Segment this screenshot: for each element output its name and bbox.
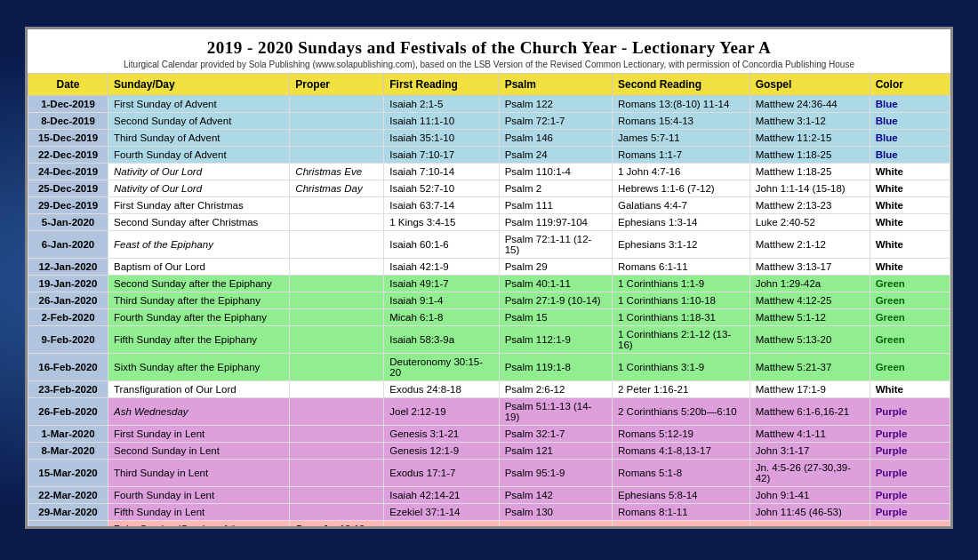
table-row: 1-Dec-2019First Sunday of AdventIsaiah 2… <box>28 96 950 113</box>
day-cell: Second Sunday after Christmas <box>108 214 290 231</box>
gospel-cell: Matthew 5:1-12 <box>750 309 870 326</box>
date-cell: 19-Jan-2020 <box>28 276 108 292</box>
proper-cell <box>290 231 384 259</box>
day-cell: Baptism of Our Lord <box>108 259 290 276</box>
second-reading-cell: 2 Peter 1:16-21 <box>613 381 750 398</box>
second-reading-cell: Romans 5:12-19 <box>613 426 750 443</box>
first-reading-cell: Deuteronomy 30:15-20 <box>384 354 499 381</box>
day-cell: Palm Sunday (Sunday of the Passion) <box>108 521 290 527</box>
date-cell: 8-Mar-2020 <box>28 443 108 460</box>
psalm-cell: Psalm 72:1-11 (12-15) <box>499 231 612 259</box>
proper-cell <box>290 354 384 381</box>
page-title: 2019 - 2020 Sundays and Festivals of the… <box>36 38 942 58</box>
date-cell: 5-Jan-2020 <box>28 214 108 231</box>
first-reading-cell: Isaiah 58:3-9a <box>384 326 499 354</box>
psalm-cell: Psalm 95:1-9 <box>499 460 612 487</box>
psalm-cell: Psalm 118:19-29 <box>499 521 612 527</box>
proper-cell <box>290 130 384 147</box>
psalm-cell: Psalm 142 <box>499 487 612 504</box>
proper-cell <box>290 96 384 113</box>
color-cell: White <box>870 197 950 214</box>
proper-cell: Christmas Eve <box>290 164 384 180</box>
second-reading-cell: Ephesians 5:8-14 <box>613 487 750 504</box>
psalm-cell: Psalm 40:1-11 <box>499 276 612 292</box>
psalm-cell: Psalm 15 <box>499 309 612 326</box>
color-cell: Blue <box>870 147 950 164</box>
table-row: 16-Feb-2020Sixth Sunday after the Epipha… <box>28 354 950 381</box>
table-row: 23-Feb-2020Transfiguration of Our LordEx… <box>28 381 950 398</box>
date-cell: 8-Dec-2019 <box>28 113 108 130</box>
gospel-cell: Matthew 2:13-23 <box>750 197 870 214</box>
table-row: 26-Jan-2020Third Sunday after the Epipha… <box>28 292 950 309</box>
second-reading-cell: 2 Corinthians 5:20b—6:10 <box>613 398 750 426</box>
second-reading-cell: 1 Corinthians 1:1-9 <box>613 276 750 292</box>
table-row: 29-Dec-2019First Sunday after ChristmasI… <box>28 197 950 214</box>
psalm-cell: Psalm 72:1-7 <box>499 113 612 130</box>
day-cell: Third Sunday of Advent <box>108 130 290 147</box>
table-row: 22-Mar-2020Fourth Sunday in LentIsaiah 4… <box>28 487 950 504</box>
gospel-cell: John 9:1-41 <box>750 487 870 504</box>
table-row: 22-Dec-2019Fourth Sunday of AdventIsaiah… <box>28 147 950 164</box>
day-cell: Fourth Sunday after the Epiphany <box>108 309 290 326</box>
second-reading-cell: 1 John 4:7-16 <box>613 164 750 180</box>
table-container[interactable]: Date Sunday/Day Proper First Reading Psa… <box>28 73 950 526</box>
second-reading-cell: Romans 8:1-11 <box>613 504 750 521</box>
proper-cell <box>290 292 384 309</box>
date-cell: 5-Apr-2020 <box>28 521 108 527</box>
psalm-cell: Psalm 122 <box>499 96 612 113</box>
table-row: 19-Jan-2020Second Sunday after the Epiph… <box>28 276 950 292</box>
proper-cell <box>290 326 384 354</box>
first-reading-cell: Isaiah 35:1-10 <box>384 130 499 147</box>
proper-cell <box>290 214 384 231</box>
first-reading-cell: Ezekiel 37:1-14 <box>384 504 499 521</box>
gospel-cell: Matthew 11:2-15 <box>750 130 870 147</box>
color-cell: White <box>870 180 950 197</box>
proper-cell <box>290 197 384 214</box>
proper-cell <box>290 460 384 487</box>
gospel-cell: Matthew 1:18-25 <box>750 164 870 180</box>
date-cell: 22-Dec-2019 <box>28 147 108 164</box>
day-cell: Nativity of Our Lord <box>108 180 290 197</box>
table-header-row: Date Sunday/Day Proper First Reading Psa… <box>28 74 950 96</box>
table-row: 24-Dec-2019Nativity of Our LordChristmas… <box>28 164 950 180</box>
col-proper: Proper <box>290 74 384 96</box>
lectionary-table: Date Sunday/Day Proper First Reading Psa… <box>28 73 950 526</box>
table-row: 5-Apr-2020Palm Sunday (Sunday of the Pas… <box>28 521 950 527</box>
day-cell: Fourth Sunday of Advent <box>108 147 290 164</box>
second-reading-cell: Romans 6:1-11 <box>613 259 750 276</box>
gospel-cell: Matthew 24:36-44 <box>750 96 870 113</box>
date-cell: 2-Feb-2020 <box>28 309 108 326</box>
table-row: 25-Dec-2019Nativity of Our LordChristmas… <box>28 180 950 197</box>
second-reading-cell: James 5:7-11 <box>613 130 750 147</box>
table-row: 6-Jan-2020Feast of the EpiphanyIsaiah 60… <box>28 231 950 259</box>
proper-cell <box>290 398 384 426</box>
day-cell: Third Sunday after the Epiphany <box>108 292 290 309</box>
second-reading-cell: Ephesians 3:1-12 <box>613 231 750 259</box>
proper-cell <box>290 426 384 443</box>
proper-cell <box>290 147 384 164</box>
col-second: Second Reading <box>613 74 750 96</box>
table-row: 29-Mar-2020Fifth Sunday in LentEzekiel 3… <box>28 504 950 521</box>
table-row: 12-Jan-2020Baptism of Our LordIsaiah 42:… <box>28 259 950 276</box>
date-cell: 12-Jan-2020 <box>28 259 108 276</box>
color-cell: White <box>870 381 950 398</box>
psalm-cell: Psalm 119:97-104 <box>499 214 612 231</box>
proper-cell: Christmas Day <box>290 180 384 197</box>
color-cell: Blue <box>870 96 950 113</box>
color-cell: Blue <box>870 113 950 130</box>
day-cell: Fifth Sunday after the Epiphany <box>108 326 290 354</box>
color-cell: Green <box>870 326 950 354</box>
day-cell: Sixth Sunday after the Epiphany <box>108 354 290 381</box>
gospel-cell: Matthew 3:13-17 <box>750 259 870 276</box>
col-day: Sunday/Day <box>108 74 290 96</box>
color-cell: Blue <box>870 130 950 147</box>
first-reading-cell: Isaiah 7:10-17 <box>384 147 499 164</box>
gospel-cell: Matthew 1:18-25 <box>750 147 870 164</box>
color-cell: Green <box>870 276 950 292</box>
second-reading-cell: Romans 1:1-7 <box>613 147 750 164</box>
first-reading-cell: Isaiah 50:4-9a <box>384 521 499 527</box>
psalm-cell: Psalm 121 <box>499 443 612 460</box>
gospel-cell: John 1:1-14 (15-18) <box>750 180 870 197</box>
color-cell: Green <box>870 354 950 381</box>
second-reading-cell: Galatians 4:4-7 <box>613 197 750 214</box>
